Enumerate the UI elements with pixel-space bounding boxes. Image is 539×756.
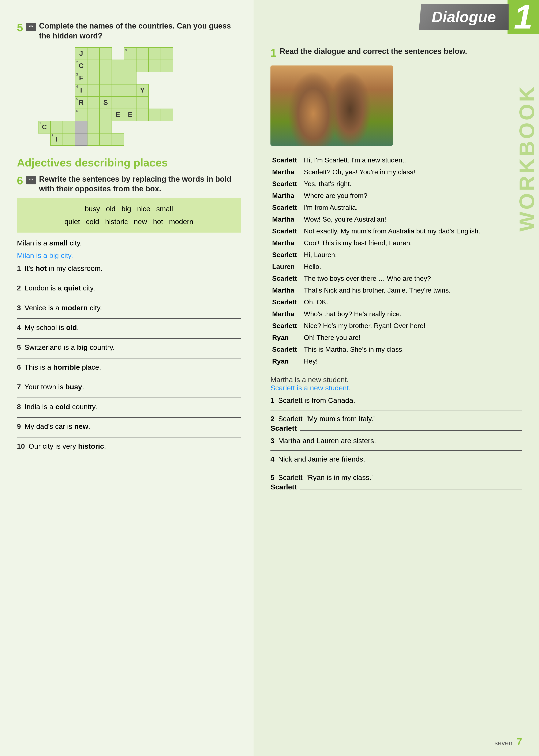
- item-10-answer-line[interactable]: [17, 453, 241, 457]
- item-7-answer-line[interactable]: [17, 394, 241, 398]
- dialogue-speaker: Scarlett: [270, 225, 302, 237]
- exercise-item-3: 3 Venice is a modern city.: [17, 303, 241, 319]
- item-1-answer-line[interactable]: [17, 275, 241, 279]
- dialogue-row: MarthaScarlett? Oh, yes! You're in my cl…: [270, 166, 522, 178]
- dialogue-text: Oh, OK.: [302, 296, 522, 308]
- strikethrough-big: big: [121, 205, 131, 213]
- crossword-row-8: 8I: [38, 133, 173, 146]
- dialogue-text: Wow! So, you're Australian!: [302, 213, 522, 225]
- dialogue-row: ScarlettNice? He's my brother. Ryan! Ove…: [270, 320, 522, 332]
- ci-5-sub-line[interactable]: [300, 483, 522, 489]
- dialogue-row: ScarlettHi, Lauren.: [270, 249, 522, 261]
- dialogue-row: RyanOh! There you are!: [270, 332, 522, 343]
- dialogue-speaker: Lauren: [270, 261, 302, 272]
- dialogue-text: Hey!: [302, 355, 522, 367]
- example-block: Milan is a small city.: [17, 239, 241, 247]
- dialogue-speaker: Martha: [270, 237, 302, 249]
- word-box-line2: quiet cold historic new hot modern: [25, 215, 232, 228]
- ci-2-sub: Scarlett: [270, 424, 522, 432]
- item-6-bold: horrible: [53, 363, 80, 371]
- dialogue-speaker: Scarlett: [270, 154, 302, 166]
- crossword-row-5: 5R S: [38, 97, 173, 109]
- crossword-row-2: 2C: [38, 60, 173, 72]
- item-10-bold: historic: [78, 442, 104, 450]
- dialogue-text: Where are you from?: [302, 190, 522, 201]
- crossword-row-6: 6 E E: [38, 109, 173, 121]
- item-8-answer-line[interactable]: [17, 413, 241, 418]
- dialogue-row: ScarlettYes, that's right.: [270, 178, 522, 190]
- dialogue-speaker: Scarlett: [270, 272, 302, 284]
- dialogue-table: ScarlettHi, I'm Scarlett. I'm a new stud…: [270, 154, 522, 367]
- ci-5-num: 5: [270, 473, 274, 481]
- exercise-item-5: 5 Switzerland is a big country.: [17, 342, 241, 359]
- item-1-bold: hot: [36, 264, 47, 272]
- dialogue-text: That's Nick and his brother, Jamie. They…: [302, 284, 522, 296]
- dialogue-speaker: Scarlett: [270, 178, 302, 190]
- dialogue-speaker: Scarlett: [270, 296, 302, 308]
- exercise-5: 5 ** Complete the names of the countries…: [17, 21, 241, 146]
- dialogue-speaker: Martha: [270, 166, 302, 178]
- dialogue-label: Dialogue: [432, 8, 496, 25]
- dialogue-text: Nice? He's my brother. Ryan! Over here!: [302, 320, 522, 332]
- item-9-num: 9: [17, 422, 21, 430]
- dialogue-row: ScarlettNot exactly. My mum's from Austr…: [270, 225, 522, 237]
- dialogue-text: Cool! This is my best friend, Lauren.: [302, 237, 522, 249]
- dialogue-text: Oh! There you are!: [302, 332, 522, 343]
- item-2-answer-line[interactable]: [17, 295, 241, 299]
- dialogue-row: ScarlettThe two boys over there … Who ar…: [270, 272, 522, 284]
- item-8-num: 8: [17, 403, 21, 411]
- dialogue-row: MarthaWow! So, you're Australian!: [270, 213, 522, 225]
- dialogue-photo: [270, 65, 393, 146]
- dialogue-number: 1: [507, 0, 539, 34]
- ci-3-num: 3: [270, 437, 274, 445]
- exercise-1-title: Read the dialogue and correct the senten…: [280, 46, 467, 56]
- dialogue-row: MarthaWhere are you from?: [270, 190, 522, 201]
- crossword-center-7: [75, 121, 87, 133]
- exercise-item-6: 6 This is a horrible place.: [17, 362, 241, 378]
- item-9-answer-line[interactable]: [17, 433, 241, 438]
- item-6-answer-line[interactable]: [17, 374, 241, 378]
- exercise-6-header: 6 ** Rewrite the sentences by replacing …: [17, 174, 241, 194]
- item-9-bold: new: [74, 422, 88, 430]
- item-7-num: 7: [17, 383, 21, 391]
- dialogue-text: Who's that boy? He's really nice.: [302, 308, 522, 320]
- ci-4-answer-line[interactable]: [270, 465, 522, 469]
- dialogue-row: RyanHey!: [270, 355, 522, 367]
- example-correct: Scarlett is a new student.: [270, 384, 522, 392]
- workbook-vertical-text: WORKBOOK: [515, 85, 539, 232]
- dialogue-row: ScarlettHi, I'm Scarlett. I'm a new stud…: [270, 154, 522, 166]
- dialogue-row: MarthaThat's Nick and his brother, Jamie…: [270, 284, 522, 296]
- dialogue-row: ScarlettThis is Martha. She's in my clas…: [270, 343, 522, 355]
- ci-3-answer-line[interactable]: [270, 447, 522, 451]
- dialogue-speaker: Ryan: [270, 332, 302, 343]
- ci-5-sub-speaker: Scarlett: [270, 483, 298, 491]
- item-5-answer-line[interactable]: [17, 354, 241, 359]
- dialogue-text: Scarlett? Oh, yes! You're in my class!: [302, 166, 522, 178]
- exercise-6: 6 ** Rewrite the sentences by replacing …: [17, 174, 241, 457]
- exercise-item-2: 2 London is a quiet city.: [17, 283, 241, 299]
- correction-item-4: 4 Nick and Jamie are friends.: [270, 455, 522, 469]
- item-7-bold: busy: [65, 383, 82, 391]
- item-4-answer-line[interactable]: [17, 334, 241, 339]
- dialogue-row: ScarlettI'm from Australia.: [270, 201, 522, 213]
- dialogue-speaker: Scarlett: [270, 201, 302, 213]
- exercise-item-4: 4 My school is old.: [17, 322, 241, 339]
- adjectives-heading: Adjectives describing places: [17, 156, 241, 169]
- exercise-6-stars: **: [26, 176, 36, 184]
- correction-item-1: 1 Scarlett is from Canada.: [270, 396, 522, 410]
- page-word: seven: [495, 739, 512, 747]
- ci-5-sub: Scarlett: [270, 483, 522, 491]
- example-bold: small: [49, 239, 68, 247]
- ci-2-sub-line[interactable]: [300, 424, 522, 431]
- dialogue-text: Yes, that's right.: [302, 178, 522, 190]
- exercise-item-9: 9 My dad's car is new.: [17, 421, 241, 438]
- item-3-answer-line[interactable]: [17, 314, 241, 319]
- item-10-num: 10: [17, 442, 25, 450]
- crossword-row-3: 3F: [38, 72, 173, 84]
- exercise-item-10: 10 Our city is very historic.: [17, 441, 241, 457]
- dialogue-text: Hello.: [302, 261, 522, 272]
- adjectives-section: Adjectives describing places 6 ** Rewrit…: [17, 156, 241, 457]
- item-6-num: 6: [17, 363, 21, 371]
- exercise-item-1: 1 It's hot in my classroom.: [17, 263, 241, 279]
- ci-1-answer-line[interactable]: [270, 406, 522, 410]
